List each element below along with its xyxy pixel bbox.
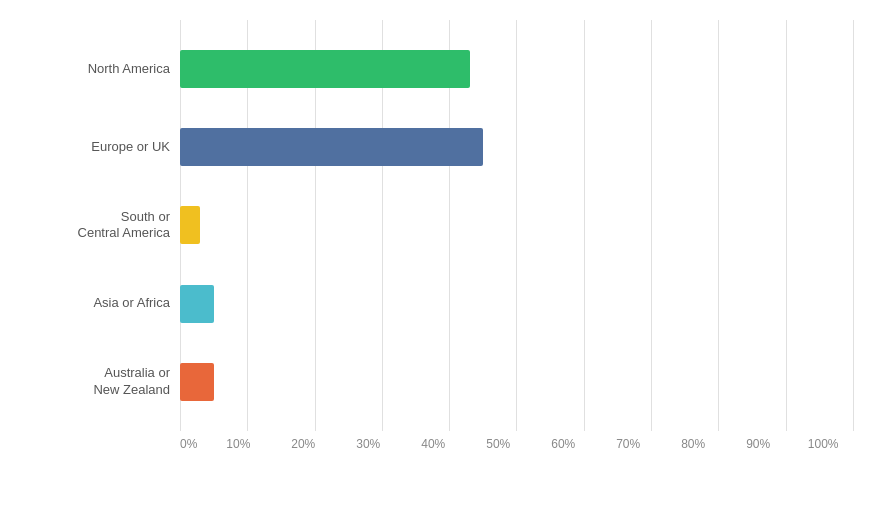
x-axis: 0%10%20%30%40%50%60%70%80%90%100% <box>180 431 854 471</box>
bar-row: North America <box>180 39 854 99</box>
x-axis-label: 60% <box>551 437 575 451</box>
bar-label: South or Central America <box>10 209 170 243</box>
bar-label: North America <box>10 61 170 78</box>
bar-row: Asia or Africa <box>180 274 854 334</box>
x-axis-label: 90% <box>746 437 770 451</box>
bar-fill <box>180 50 470 88</box>
bar-label: Asia or Africa <box>10 295 170 312</box>
bar-fill <box>180 363 214 401</box>
x-axis-label: 100% <box>808 437 839 451</box>
bar-fill <box>180 128 483 166</box>
chart-container: North AmericaEurope or UKSouth or Centra… <box>0 0 884 521</box>
bar-fill <box>180 206 200 244</box>
x-axis-label: 30% <box>356 437 380 451</box>
bar-label: Australia or New Zealand <box>10 365 170 399</box>
x-axis-label: 80% <box>681 437 705 451</box>
x-axis-label: 50% <box>486 437 510 451</box>
x-axis-label: 0% <box>180 437 197 451</box>
bar-row: Europe or UK <box>180 117 854 177</box>
x-axis-label: 10% <box>226 437 250 451</box>
bar-row: Australia or New Zealand <box>180 352 854 412</box>
bar-row: South or Central America <box>180 195 854 255</box>
bar-label: Europe or UK <box>10 139 170 156</box>
x-axis-label: 20% <box>291 437 315 451</box>
x-axis-label: 70% <box>616 437 640 451</box>
bar-fill <box>180 285 214 323</box>
x-axis-label: 40% <box>421 437 445 451</box>
bars-container: North AmericaEurope or UKSouth or Centra… <box>180 20 854 431</box>
chart-area: North AmericaEurope or UKSouth or Centra… <box>180 20 854 471</box>
